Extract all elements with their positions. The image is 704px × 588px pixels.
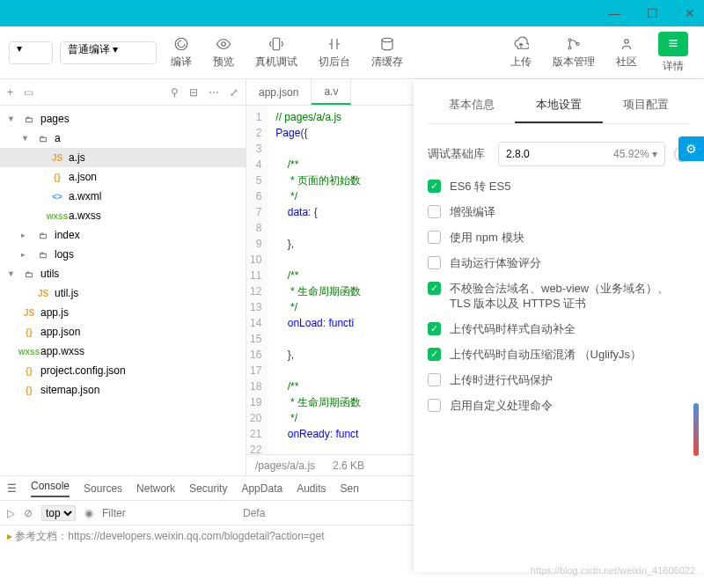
- line-numbers: 1234567891011121314151617181920212223242…: [246, 106, 268, 454]
- check-label: 不校验合法域名、web-view（业务域名）、TLS 版本以及 HTTPS 证书: [450, 281, 690, 311]
- share-badge[interactable]: ⚙: [678, 136, 704, 161]
- svg-point-4: [568, 39, 571, 41]
- tab-appdata[interactable]: AppData: [241, 482, 282, 495]
- tab-network[interactable]: Network: [136, 482, 175, 495]
- check-5[interactable]: 上传代码时样式自动补全: [428, 321, 690, 336]
- check-1[interactable]: 增强编译: [428, 204, 690, 219]
- file-explorer: + ▭ ⚲ ⊟ ⋯ ⤢ ▼🗀pages ▼🗀a JSa.js {}a.json …: [0, 79, 246, 475]
- clear-cache-button[interactable]: 清缓存: [364, 33, 410, 73]
- check-0[interactable]: ES6 转 ES5: [428, 179, 690, 194]
- svg-point-0: [175, 38, 187, 50]
- tab-app-json[interactable]: app.json: [246, 79, 312, 105]
- baselib-label: 调试基础库: [428, 146, 489, 162]
- folder-logs[interactable]: ▸🗀logs: [0, 245, 246, 264]
- checkbox-icon[interactable]: [428, 180, 441, 193]
- more-icon[interactable]: ⋯: [209, 86, 219, 99]
- upload-button[interactable]: 上传: [503, 33, 539, 73]
- check-4[interactable]: 不校验合法域名、web-view（业务域名）、TLS 版本以及 HTTPS 证书: [428, 281, 690, 311]
- community-button[interactable]: 社区: [609, 33, 644, 73]
- folder-index[interactable]: ▸🗀index: [0, 225, 246, 245]
- check-label: 上传代码时样式自动补全: [450, 321, 576, 336]
- devtools-toggle-icon[interactable]: ☰: [7, 482, 17, 495]
- folder-a[interactable]: ▼🗀a: [0, 129, 246, 148]
- checkbox-icon[interactable]: [428, 399, 441, 412]
- maximize-button[interactable]: ☐: [647, 6, 658, 20]
- tab-a-js[interactable]: a.v: [312, 79, 351, 105]
- file-a-js[interactable]: JSa.js: [0, 148, 246, 167]
- context-select[interactable]: top: [41, 505, 76, 521]
- file-app-wxss[interactable]: wxssapp.wxss: [0, 342, 246, 361]
- svg-point-1: [222, 41, 226, 46]
- file-util-js[interactable]: JSutil.js: [0, 283, 246, 303]
- watermark: https://blog.csdn.net/weixin_41606022: [531, 558, 695, 583]
- tab-console[interactable]: Console: [31, 480, 70, 497]
- remote-debug-button[interactable]: 真机调试: [248, 33, 304, 73]
- minimize-button[interactable]: —: [608, 6, 620, 20]
- file-a-wxss[interactable]: wxssa.wxss: [0, 206, 246, 225]
- svg-point-5: [568, 47, 571, 49]
- file-size: 2.6 KB: [333, 459, 364, 472]
- file-a-json[interactable]: {}a.json: [0, 167, 246, 187]
- check-3[interactable]: 自动运行体验评分: [428, 255, 690, 270]
- collapse-icon[interactable]: ⊟: [189, 86, 198, 99]
- folder-pages[interactable]: ▼🗀pages: [0, 109, 246, 129]
- version-button[interactable]: 版本管理: [546, 33, 602, 73]
- checkbox-icon[interactable]: [428, 322, 441, 335]
- thermometer-icon: [693, 403, 699, 456]
- check-label: 启用自定义处理命令: [450, 398, 553, 413]
- tab-project-config[interactable]: 项目配置: [603, 88, 690, 123]
- eye-icon[interactable]: ◉: [84, 507, 93, 519]
- toolbar: ▾ 普通编译 ▾ 编译 预览 真机调试 切后台 清缓存 上传 版本管理 社区 ≡…: [0, 26, 704, 79]
- tab-basic-info[interactable]: 基本信息: [428, 88, 515, 123]
- compile-mode-select[interactable]: 普通编译 ▾: [60, 41, 157, 64]
- folder-icon[interactable]: ▭: [24, 86, 33, 99]
- check-6[interactable]: 上传代码时自动压缩混淆 （UglifyJs）: [428, 347, 690, 362]
- tab-audits[interactable]: Audits: [297, 482, 326, 495]
- level-select[interactable]: Defa: [243, 507, 265, 519]
- file-project-config[interactable]: {}project.config.json: [0, 361, 246, 380]
- tab-sources[interactable]: Sources: [84, 482, 122, 495]
- filter-input[interactable]: [102, 507, 234, 519]
- checkbox-icon[interactable]: [428, 205, 441, 218]
- check-label: 自动运行体验评分: [450, 255, 541, 270]
- settings-panel: 基本信息 本地设置 项目配置 调试基础库 2.8.0 45.92% ▾ ? ES…: [414, 79, 704, 572]
- preview-button[interactable]: 预览: [206, 33, 241, 73]
- checkbox-icon[interactable]: [428, 348, 441, 361]
- device-select[interactable]: ▾: [9, 41, 53, 64]
- svg-point-7: [625, 39, 629, 43]
- background-button[interactable]: 切后台: [312, 33, 357, 73]
- check-8[interactable]: 启用自定义处理命令: [428, 398, 690, 413]
- add-file-icon[interactable]: +: [7, 86, 13, 99]
- detail-button[interactable]: ≡详情: [651, 28, 695, 77]
- clear-console-icon[interactable]: ⊘: [24, 507, 33, 519]
- checkbox-icon[interactable]: [428, 231, 441, 244]
- file-sitemap[interactable]: {}sitemap.json: [0, 380, 246, 400]
- search-icon[interactable]: ⚲: [171, 86, 179, 99]
- check-2[interactable]: 使用 npm 模块: [428, 230, 690, 245]
- file-a-wxml[interactable]: <>a.wxml: [0, 187, 246, 206]
- file-app-js[interactable]: JSapp.js: [0, 303, 246, 322]
- compile-button[interactable]: 编译: [164, 33, 199, 73]
- check-7[interactable]: 上传时进行代码保护: [428, 372, 690, 387]
- play-icon[interactable]: ▷: [7, 507, 15, 519]
- expand-icon[interactable]: ⤢: [230, 86, 238, 99]
- svg-point-3: [382, 38, 392, 42]
- baselib-select[interactable]: 2.8.0 45.92% ▾: [498, 142, 665, 166]
- check-label: ES6 转 ES5: [450, 179, 510, 194]
- checkbox-icon[interactable]: [428, 282, 441, 295]
- file-tree: ▼🗀pages ▼🗀a JSa.js {}a.json <>a.wxml wxs…: [0, 106, 246, 475]
- tab-local-settings[interactable]: 本地设置: [515, 88, 602, 123]
- check-label: 使用 npm 模块: [450, 230, 524, 245]
- check-label: 上传代码时自动压缩混淆 （UglifyJs）: [450, 347, 642, 362]
- close-button[interactable]: ✕: [685, 6, 695, 20]
- tab-security[interactable]: Security: [189, 482, 227, 495]
- folder-utils[interactable]: ▼🗀utils: [0, 264, 246, 283]
- file-path: /pages/a/a.js: [255, 459, 315, 472]
- check-label: 上传时进行代码保护: [450, 372, 553, 387]
- checkbox-icon[interactable]: [428, 373, 441, 386]
- tab-sensor[interactable]: Sen: [341, 482, 359, 495]
- checkbox-icon[interactable]: [428, 256, 441, 269]
- file-app-json[interactable]: {}app.json: [0, 322, 246, 342]
- explorer-toolbar: + ▭ ⚲ ⊟ ⋯ ⤢: [0, 79, 246, 106]
- titlebar: — ☐ ✕: [0, 0, 704, 26]
